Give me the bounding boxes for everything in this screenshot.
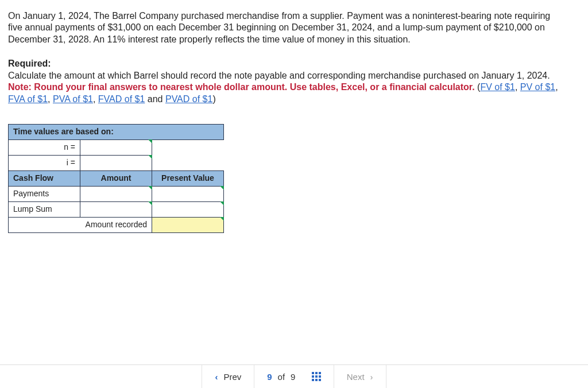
payments-label: Payments [9, 186, 80, 201]
payments-amount-input[interactable] [80, 186, 152, 201]
amount-recorded-value[interactable] [152, 217, 224, 232]
col-header-pv: Present Value [152, 171, 224, 187]
next-label: Next [347, 372, 365, 382]
sep: , [515, 82, 520, 92]
sep: , [555, 82, 558, 92]
total-pages: 9 [291, 372, 295, 382]
payments-pv-input[interactable] [152, 186, 224, 201]
col-header-cashflow: Cash Flow [9, 171, 80, 187]
blank-cell [152, 140, 224, 156]
prev-label: Prev [223, 372, 241, 382]
next-button[interactable]: Next › [334, 365, 386, 388]
link-fvad-of-1[interactable]: FVAD of $1 [98, 94, 145, 104]
amount-recorded-label: Amount recorded [9, 217, 152, 232]
lumpsum-label: Lump Sum [9, 201, 80, 217]
question-body: On January 1, 2024, The Barrel Company p… [0, 0, 588, 233]
link-pvad-of-1[interactable]: PVAD of $1 [165, 94, 212, 104]
lumpsum-pv-input[interactable] [152, 201, 224, 217]
page-counter: 9 of 9 [254, 365, 334, 388]
sep: , [48, 94, 53, 104]
col-header-amount: Amount [80, 171, 152, 187]
table-title: Time values are based on: [9, 125, 224, 140]
table-row-total: Amount recorded [9, 217, 224, 232]
blank-cell [152, 156, 224, 171]
n-input[interactable] [80, 140, 152, 156]
note-bold: Note: Round your final answers to neares… [8, 82, 475, 92]
link-fva-of-1[interactable]: FVA of $1 [8, 94, 48, 104]
of-word: of [278, 372, 285, 382]
and-word: and [145, 94, 165, 104]
prev-button[interactable]: ‹ Prev [202, 365, 254, 388]
link-pva-of-1[interactable]: PVA of $1 [53, 94, 93, 104]
close-paren: ) [212, 94, 215, 104]
link-fv-of-1[interactable]: FV of $1 [480, 82, 514, 92]
input-table-wrap: Time values are based on: n = i = Cash F… [8, 124, 580, 232]
time-value-table: Time values are based on: n = i = Cash F… [8, 124, 224, 232]
grid-icon[interactable] [312, 372, 321, 381]
lumpsum-amount-input[interactable] [80, 201, 152, 217]
note-line: Note: Round your final answers to neares… [8, 82, 559, 105]
i-label: i = [9, 156, 80, 171]
sep: , [93, 94, 98, 104]
problem-paragraph: On January 1, 2024, The Barrel Company p… [8, 10, 559, 45]
table-row: Lump Sum [9, 201, 224, 217]
required-text: Calculate the amount at which Barrel sho… [8, 70, 559, 82]
current-page: 9 [267, 372, 272, 382]
i-input[interactable] [80, 156, 152, 171]
open-paren: ( [475, 82, 481, 92]
table-row: Payments [9, 186, 224, 201]
link-pv-of-1[interactable]: PV of $1 [520, 82, 555, 92]
required-heading: Required: [8, 58, 580, 69]
pager-footer: ‹ Prev 9 of 9 Next › [0, 364, 588, 388]
chevron-right-icon: › [370, 372, 373, 382]
chevron-left-icon: ‹ [215, 372, 218, 382]
n-label: n = [9, 140, 80, 156]
